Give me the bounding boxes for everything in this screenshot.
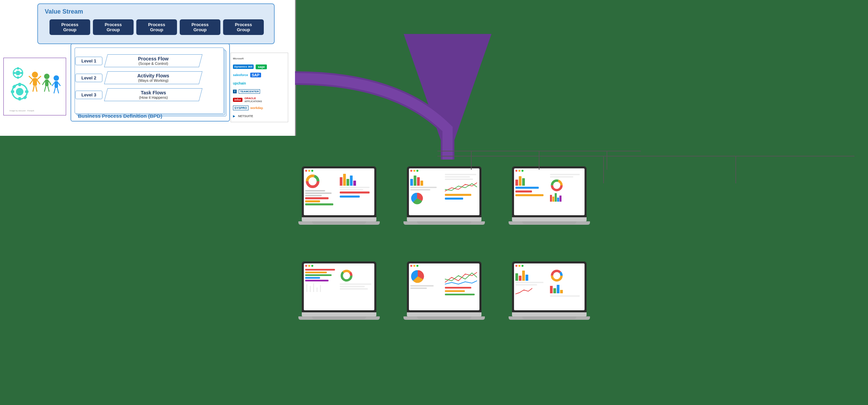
toolbar-dot-red-5 [410,265,412,267]
donut-chart-3 [550,179,564,192]
logo-row-upchain: upchain [233,80,286,87]
svg-rect-9 [18,97,21,100]
laptop-6 [512,261,587,320]
toolbar-dot-red-4 [305,265,307,267]
laptop-5-left [410,269,443,309]
people-figures [29,72,60,93]
level-1-badge: Level 1 [75,57,102,65]
small-bars-6 [550,285,583,293]
tc-icon: T [233,90,237,93]
bpd-row-2: Level 2 Activity Flows (Ways of Working) [75,71,221,84]
toolbar-dot-red-3 [515,170,517,172]
svg-line-30 [52,82,55,86]
syspro-logo: SYSPRO [233,106,249,110]
svg-point-7 [16,88,23,95]
level-3-badge: Level 3 [75,91,102,99]
svg-rect-10 [11,90,14,93]
flow-title-3: Task Flows [139,90,168,95]
process-group-btn-1[interactable]: Process Group [50,19,90,35]
laptop-2-base [407,217,481,221]
svg-line-17 [37,80,40,84]
laptops-row-1 [302,166,587,225]
netsuite-logo: NETSUITE [238,114,253,118]
svg-rect-3 [17,76,19,79]
svg-point-43 [310,179,315,184]
process-groups-row: Process Group Process Group Process Grou… [41,19,272,35]
svg-line-33 [57,88,59,93]
laptop-5-display [409,263,479,310]
logo-row-salesforce-sap: salesforce SAP [233,72,286,79]
svg-line-18 [33,86,34,92]
laptop-1-display [304,168,374,215]
flow-title-1: Process Flow [138,56,169,61]
value-stream-box: Value Stream Process Group Process Group… [37,3,275,44]
people-svg: Image by storyset - Freepik [8,61,62,112]
svg-point-22 [44,74,50,79]
salesforce-logo: salesforce [233,73,248,77]
svg-line-20 [29,76,33,80]
text-lines-1 [305,190,338,196]
laptop-6-right [550,269,583,309]
svg-line-27 [48,86,49,92]
netsuite-icon: ▶ [233,114,235,118]
process-group-btn-3[interactable]: Process Group [136,19,177,35]
toolbar-dot-green-2 [416,170,418,172]
software-logos-panel: Microsoft Dynamics 365 sage salesforce S… [231,53,288,122]
logo-row-dynamics: Dynamics 365 sage [233,63,286,70]
laptop-2-left [410,174,443,214]
toolbar-dot-green-5 [416,265,418,267]
parallelogram-2: Activity Flows (Ways of Working) [104,71,202,84]
laptop-5-right [445,269,478,309]
laptop-4-toolbar [305,265,373,268]
laptop-3-toolbar [515,170,583,173]
flow-title-2: Activity Flows [137,73,169,78]
laptop-3 [512,166,587,225]
svg-rect-23 [45,79,48,86]
text-lines-5l [410,285,443,289]
toolbar-dot-green-4 [311,265,313,267]
gear-large-icon [11,83,28,100]
curved-arrow [285,34,505,177]
toolbar-dot-green-6 [521,265,524,267]
process-group-btn-5[interactable]: Process Group [223,19,264,35]
logo-row-netsuite: ▶ NETSUITE [233,113,286,120]
logo-row-teamcenter: T TEAMCENTER [233,88,286,95]
laptop-2-content [410,174,478,214]
logo-row-d365-sage: Microsoft [233,55,286,62]
bar-chart-3 [515,174,549,186]
svg-point-57 [344,273,349,278]
svg-line-26 [44,86,46,92]
toolbar-dot-green-3 [521,170,524,172]
sap-logo: SAP [250,73,261,77]
toolbar-dot-yellow-4 [308,265,310,267]
teamcenter-logo: TEAMCENTER [239,89,260,94]
workday-logo: workday. [251,106,263,110]
process-group-btn-4[interactable]: Process Group [180,19,220,35]
svg-rect-29 [55,81,58,88]
laptop-4-display [304,263,374,310]
donut-chart-1 [305,174,320,189]
laptop-4 [302,261,376,320]
svg-line-21 [37,76,41,80]
infor-logo: infor [233,98,242,102]
svg-line-24 [42,81,45,85]
toolbar-dot-red-2 [410,170,412,172]
parallelogram-text-2: Activity Flows (Ways of Working) [137,73,169,82]
svg-point-48 [554,183,559,188]
text-lines-2 [410,187,443,190]
oracle-logo: ORACLEAPPLICATIONS [244,97,262,103]
svg-line-31 [58,82,60,86]
process-group-btn-2[interactable]: Process Group [93,19,134,35]
laptop-1-right [340,174,373,214]
laptop-4-content [305,269,373,309]
svg-line-19 [36,86,37,92]
svg-rect-4 [13,72,16,74]
toolbar-dot-red [305,170,307,172]
parallelogram-text-1: Process Flow (Scope & Control) [138,56,169,66]
parallelogram-1: Process Flow (Scope & Control) [104,54,202,67]
people-illustration: Image by storyset - Freepik [3,58,66,115]
bar-chart-1 [340,174,373,186]
donut-chart-4 [340,269,353,282]
hbars-1 [305,197,338,205]
flow-subtitle-1: (Scope & Control) [138,61,169,66]
